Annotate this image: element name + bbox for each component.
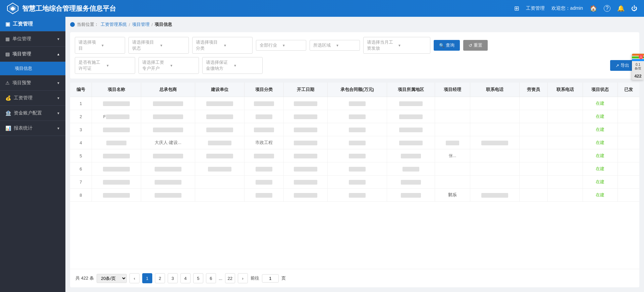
page-btn-5[interactable]: 5 bbox=[193, 273, 203, 283]
breadcrumb-dot bbox=[70, 22, 75, 27]
sidebar-item-report-stats[interactable]: 📊 报表统计 ▼ bbox=[0, 121, 65, 136]
unit-mgmt-arrow: ▼ bbox=[57, 37, 60, 41]
cell-name bbox=[92, 189, 141, 202]
table-row: 1 bbox=[70, 97, 639, 110]
cell-labor bbox=[519, 136, 548, 149]
go-to-label: 前往 bbox=[251, 275, 259, 281]
export-label: 导出 bbox=[621, 62, 629, 68]
sidebar-item-wage-mgmt[interactable]: 💰 工资管理 ▼ bbox=[0, 91, 65, 106]
chevron-down-icon: ▼ bbox=[233, 64, 259, 67]
cell-date bbox=[283, 162, 328, 176]
table-wrapper[interactable]: 编号 项目名称 总承包商 建设单位 项目分类 开工日期 承包合同额(万元) 项目… bbox=[70, 83, 639, 269]
cell-contractor bbox=[141, 149, 195, 162]
select-guarantee[interactable]: 请选择保证金缴纳方 ▼ bbox=[202, 57, 263, 74]
account-icon: 🏦 bbox=[5, 110, 11, 116]
sidebar-sub-item-project-info[interactable]: 项目信息 bbox=[0, 62, 65, 76]
page-go-input[interactable] bbox=[262, 274, 279, 283]
cell-builder bbox=[195, 110, 245, 123]
cell-amount bbox=[328, 162, 387, 176]
col-contractor: 总承包商 bbox=[141, 83, 195, 97]
cell-date bbox=[283, 176, 328, 189]
page-btn-2[interactable]: 2 bbox=[155, 273, 165, 283]
page-btn-4[interactable]: 4 bbox=[180, 273, 191, 283]
sidebar-item-project-mgmt[interactable]: ▤ 项目管理 ▲ bbox=[0, 47, 65, 62]
page-btn-3[interactable]: 3 bbox=[168, 273, 178, 283]
cell-name bbox=[92, 97, 141, 110]
select-area[interactable]: 所选区域 ▼ bbox=[310, 40, 360, 51]
cell-id: 6 bbox=[70, 162, 92, 176]
breadcrumb-path-1: 项目管理 bbox=[132, 21, 150, 28]
bell-icon[interactable]: 🔔 bbox=[617, 5, 625, 12]
select-category[interactable]: 请选择项目分类 ▼ bbox=[192, 37, 253, 54]
col-project-name: 项目名称 bbox=[92, 83, 141, 97]
prev-page-btn[interactable]: ‹ bbox=[129, 273, 140, 283]
page-size-select[interactable]: 20条/页 50条/页 100条/页 bbox=[97, 274, 127, 283]
cell-mgr bbox=[435, 136, 470, 149]
select-project[interactable]: 请选择项目 ▼ bbox=[75, 37, 125, 54]
select-salary[interactable]: 请选择当月工资发放 ▼ bbox=[363, 37, 430, 54]
cell-issued bbox=[618, 97, 639, 110]
cell-issued bbox=[618, 176, 639, 189]
pagination: 共 422 条 20条/页 50条/页 100条/页 ‹ 1 2 3 4 5 6… bbox=[70, 269, 639, 287]
page-btn-1[interactable]: 1 bbox=[142, 273, 152, 283]
chevron-down-icon: ▼ bbox=[160, 44, 185, 47]
cell-district bbox=[387, 149, 435, 162]
wage-icon: 💰 bbox=[5, 95, 11, 101]
cell-mgr bbox=[435, 162, 470, 176]
cell-amount bbox=[328, 149, 387, 162]
app-title: 智慧工地综合管理服务信息平台 bbox=[22, 4, 116, 13]
power-icon[interactable]: ⏻ bbox=[631, 5, 637, 12]
panel-badge: 1 bbox=[639, 54, 643, 59]
cell-labor bbox=[519, 97, 548, 110]
select-industry[interactable]: 全部行业 ▼ bbox=[256, 40, 306, 51]
select-status[interactable]: 请选择项目状态 ▼ bbox=[128, 37, 189, 54]
grid-icon[interactable]: ⊞ bbox=[514, 5, 519, 12]
select-permit[interactable]: 是否有施工许可证 ▼ bbox=[75, 57, 135, 74]
export-icon: ↗ bbox=[615, 63, 619, 68]
warning-icon: ⚠ bbox=[5, 80, 10, 86]
page-unit: 页 bbox=[281, 275, 286, 281]
cell-tel2 bbox=[548, 97, 583, 110]
export-button[interactable]: ↗ 导出 bbox=[610, 60, 635, 71]
cell-tel1 bbox=[470, 189, 519, 202]
cell-category bbox=[245, 149, 283, 162]
cell-labor bbox=[519, 189, 548, 202]
table-row: 7 bbox=[70, 176, 639, 189]
page-btn-6[interactable]: 6 bbox=[206, 273, 216, 283]
home-icon[interactable]: 🏠 bbox=[590, 5, 597, 12]
wage-mgmt-label[interactable]: 工资管理 bbox=[526, 5, 545, 11]
col-contract-amount: 承包合同额(万元) bbox=[328, 83, 387, 97]
sidebar-item-project-warning[interactable]: ⚠ 项目预警 ▼ bbox=[0, 76, 65, 91]
cell-district bbox=[387, 136, 435, 149]
help-icon[interactable]: ? bbox=[604, 5, 610, 12]
select-account[interactable]: 请选择工资专户开户 ▼ bbox=[139, 57, 199, 74]
next-page-btn[interactable]: › bbox=[238, 273, 248, 283]
cell-tel2 bbox=[548, 189, 583, 202]
cell-amount bbox=[328, 189, 387, 202]
cell-date bbox=[283, 97, 328, 110]
cell-status: 在建 bbox=[583, 162, 618, 176]
cell-date bbox=[283, 123, 328, 136]
page-ellipsis: ... bbox=[219, 276, 222, 281]
sidebar-sub-project: 项目信息 bbox=[0, 62, 65, 76]
data-table: 编号 项目名称 总承包商 建设单位 项目分类 开工日期 承包合同额(万元) 项目… bbox=[70, 83, 639, 202]
cell-tel2 bbox=[548, 123, 583, 136]
cell-status: 在建 bbox=[583, 176, 618, 189]
report-arrow: ▼ bbox=[57, 127, 60, 130]
col-start-date: 开工日期 bbox=[283, 83, 328, 97]
table-row: 5 张... bbox=[70, 149, 639, 162]
cell-tel1 bbox=[470, 123, 519, 136]
select-salary-label: 请选择当月工资发放 bbox=[367, 39, 396, 51]
chevron-down-icon: ▼ bbox=[282, 44, 303, 47]
project-mgmt-label: 项目管理 bbox=[12, 51, 31, 57]
sidebar-item-account-config[interactable]: 🏦 资金账户配置 ▼ bbox=[0, 106, 65, 121]
query-button[interactable]: 🔍 查询 bbox=[434, 40, 460, 51]
cell-builder bbox=[195, 123, 245, 136]
page-btn-22[interactable]: 22 bbox=[225, 273, 235, 283]
breadcrumb: 当前位置： 工资管理系统 / 项目管理 / 项目信息 bbox=[70, 21, 639, 28]
sidebar-current: ▣ 工资管理 bbox=[0, 17, 65, 32]
reset-button[interactable]: ↺ 重置 bbox=[463, 40, 488, 51]
sidebar-item-unit-mgmt[interactable]: ▦ 单位管理 ▼ bbox=[0, 32, 65, 47]
cell-issued bbox=[618, 149, 639, 162]
cell-contractor bbox=[141, 189, 195, 202]
